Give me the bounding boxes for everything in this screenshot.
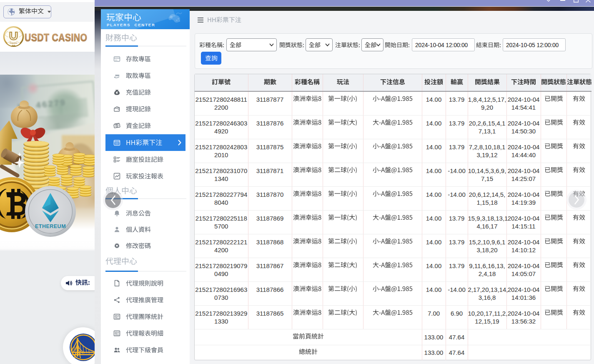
- svg-text:ETHEREUM: ETHEREUM: [35, 223, 66, 229]
- svg-text:Casino: Casino: [10, 42, 18, 44]
- svg-text:USDT CASINO: USDT CASINO: [25, 31, 87, 44]
